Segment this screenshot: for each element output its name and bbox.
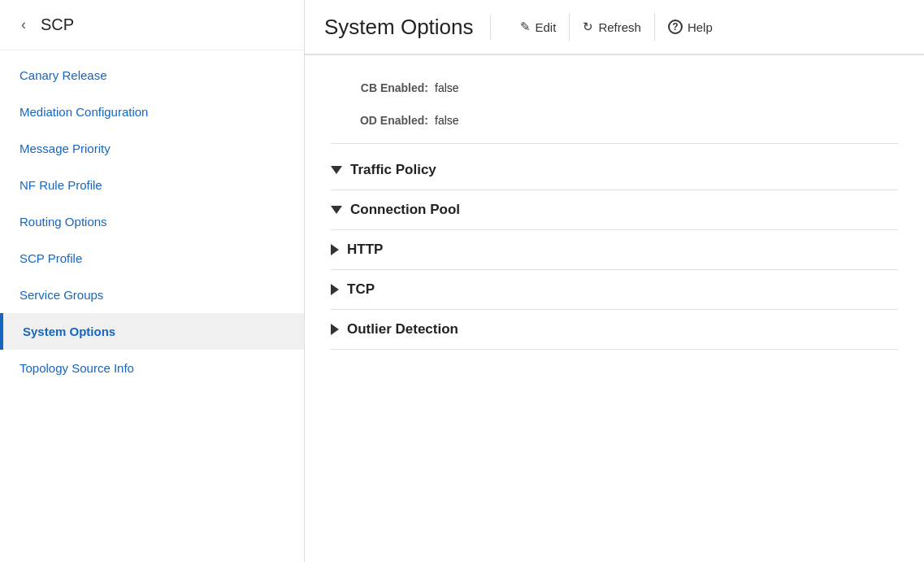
refresh-button[interactable]: ↻ Refresh: [570, 13, 655, 41]
refresh-label: Refresh: [598, 20, 641, 34]
sidebar-item-scp-profile[interactable]: SCP Profile: [0, 240, 304, 277]
sidebar-title: SCP: [41, 15, 74, 34]
field-value: false: [435, 114, 459, 127]
field-label: OD Enabled:: [331, 114, 428, 127]
triangle-right-icon: [331, 244, 339, 255]
sidebar-item-routing-options[interactable]: Routing Options: [0, 203, 304, 240]
refresh-icon: ↻: [583, 20, 593, 34]
section-header-connection-pool[interactable]: Connection Pool: [331, 190, 898, 230]
section-title-outlier-detection: Outlier Detection: [347, 321, 458, 338]
help-button[interactable]: ? Help: [655, 13, 726, 41]
section-title-http: HTTP: [347, 242, 383, 258]
triangle-right-icon: [331, 324, 339, 335]
field-row: OD Enabled: false: [331, 104, 898, 137]
help-label: Help: [688, 20, 713, 34]
section-header-traffic-policy[interactable]: Traffic Policy: [331, 150, 898, 190]
main-content: System Options ✎ Edit ↻ Refresh ? Help C…: [305, 0, 924, 562]
page-title: System Options: [324, 15, 491, 40]
triangle-down-icon: [331, 166, 342, 174]
section-title-connection-pool: Connection Pool: [350, 202, 460, 218]
sidebar-item-mediation-configuration[interactable]: Mediation Configuration: [0, 94, 304, 130]
sidebar: ‹ SCP Canary ReleaseMediation Configurat…: [0, 0, 305, 562]
edit-label: Edit: [536, 20, 557, 34]
section-connection-pool: Connection Pool: [331, 190, 898, 230]
sidebar-header: ‹ SCP: [0, 0, 304, 50]
edit-icon: ✎: [520, 20, 531, 34]
field-label: CB Enabled:: [331, 81, 428, 94]
section-traffic-policy: Traffic Policy: [331, 150, 898, 190]
triangle-right-icon: [331, 284, 339, 295]
section-header-http[interactable]: HTTP: [331, 230, 898, 270]
field-value: false: [435, 81, 459, 94]
section-header-tcp[interactable]: TCP: [331, 270, 898, 310]
help-icon: ?: [668, 20, 683, 34]
sidebar-nav: Canary ReleaseMediation ConfigurationMes…: [0, 50, 304, 562]
section-tcp: TCP: [331, 270, 898, 310]
main-body: CB Enabled: false OD Enabled: false Traf…: [305, 55, 924, 562]
sidebar-item-nf-rule-profile[interactable]: NF Rule Profile: [0, 167, 304, 203]
field-row: CB Enabled: false: [331, 72, 898, 104]
section-header-outlier-detection[interactable]: Outlier Detection: [331, 310, 898, 350]
edit-button[interactable]: ✎ Edit: [507, 13, 570, 41]
sidebar-item-message-priority[interactable]: Message Priority: [0, 130, 304, 167]
sidebar-item-topology-source-info[interactable]: Topology Source Info: [0, 350, 304, 386]
sidebar-item-system-options[interactable]: System Options: [0, 313, 304, 350]
main-header: System Options ✎ Edit ↻ Refresh ? Help: [305, 0, 924, 55]
section-title-tcp: TCP: [347, 281, 375, 298]
back-button[interactable]: ‹: [16, 15, 31, 35]
section-http: HTTP: [331, 230, 898, 270]
section-title-traffic-policy: Traffic Policy: [350, 162, 436, 178]
triangle-down-icon: [331, 206, 342, 214]
section-outlier-detection: Outlier Detection: [331, 310, 898, 350]
fields-divider: [331, 143, 898, 144]
sidebar-item-canary-release[interactable]: Canary Release: [0, 57, 304, 94]
sidebar-item-service-groups[interactable]: Service Groups: [0, 277, 304, 313]
